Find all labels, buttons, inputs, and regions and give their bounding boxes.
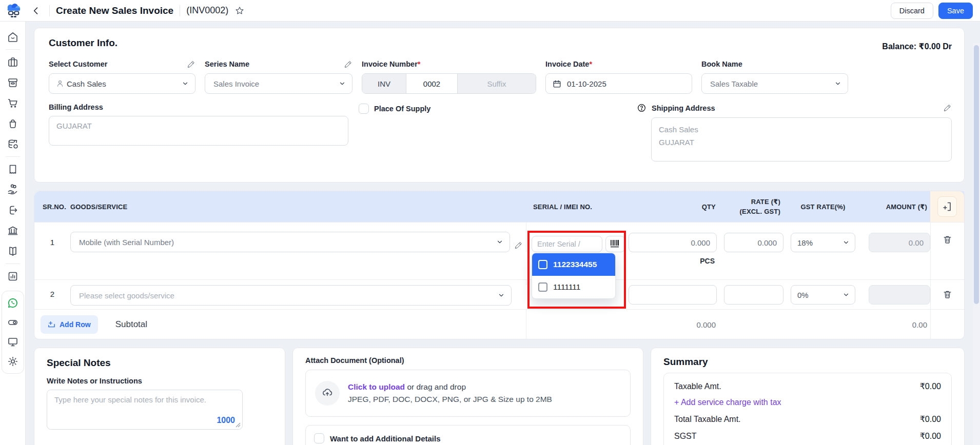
sgst-value: ₹0.00 <box>920 431 941 441</box>
row2-gst-select[interactable]: 0% <box>791 285 855 305</box>
series-select[interactable]: Sales Invoice <box>205 73 352 94</box>
row1-rate-input[interactable] <box>724 233 783 252</box>
drag-drop-text: or drag and drop <box>405 382 466 391</box>
customer-value: Cash Sales <box>65 79 182 88</box>
summary-card: Summary Taxable Amt.₹0.00 + Add service … <box>651 348 965 445</box>
serial-option[interactable]: 1111111 <box>532 276 615 298</box>
row2-gst-cell: 0% <box>783 280 855 305</box>
checkbox-icon[interactable] <box>538 260 547 269</box>
row1-gst-cell: 18% <box>783 222 855 252</box>
home-icon[interactable] <box>3 27 23 47</box>
row1-qty-cell: PCS <box>629 222 717 265</box>
header-qty: QTY <box>629 203 717 211</box>
notes-label: Write Notes or Instructions <box>47 377 272 385</box>
whatsapp-icon[interactable] <box>3 294 23 312</box>
book-name-field: Book Name Sales Taxable <box>701 59 848 94</box>
shipping-address-textarea[interactable]: Cash Sales GUJARAT <box>651 117 952 161</box>
help-question-icon[interactable] <box>637 103 646 113</box>
row1-edit-goods-pencil-icon[interactable] <box>514 241 523 250</box>
header-sr-no: SR.NO. <box>34 203 70 211</box>
chevron-down-icon <box>339 80 346 87</box>
click-to-upload-link[interactable]: Click to upload <box>348 382 405 391</box>
invoice-code: (INV0002) <box>186 5 228 16</box>
series-name-field: Series Name Sales Invoice <box>205 59 352 94</box>
select-customer-field: Select Customer Cash Sales <box>49 59 195 94</box>
row1-rate-cell <box>717 222 783 252</box>
display-icon[interactable] <box>3 333 23 351</box>
row1-gst-select[interactable]: 18% <box>791 233 855 252</box>
taxable-amt-value: ₹0.00 <box>920 381 941 391</box>
row2-goods-select[interactable]: Please select goods/service <box>70 285 512 306</box>
favorite-star-icon[interactable] <box>234 6 245 16</box>
invoice-date-label: Invoice Date* <box>545 60 592 68</box>
additional-details-checkbox[interactable] <box>314 433 324 443</box>
invoice-suffix-placeholder[interactable]: Suffix <box>458 74 536 93</box>
row1-goods-select[interactable]: Mobile (with Serial Number) <box>70 232 510 252</box>
divider <box>6 49 20 50</box>
resize-handle-icon[interactable] <box>236 422 241 428</box>
row2-rate-input[interactable] <box>724 285 783 305</box>
top-bar: Create New Sales Invoice (INV0002) Disca… <box>0 0 980 22</box>
customer-select[interactable]: Cash Sales <box>49 73 195 94</box>
shipping-address-field: Shipping Address Cash Sales GUJARAT <box>637 103 952 161</box>
briefcase-icon[interactable] <box>3 52 23 72</box>
subtotal-label: Subtotal <box>115 319 147 330</box>
select-customer-label: Select Customer <box>49 60 107 68</box>
edit-shipping-pencil-icon[interactable] <box>943 104 952 112</box>
invoice-number-inputs: INV 0002 Suffix <box>362 73 536 94</box>
barcode-scan-button[interactable] <box>605 236 625 252</box>
shipping-line2: GUJARAT <box>659 136 944 149</box>
upload-dropzone[interactable]: Click to upload or drag and drop JPEG, P… <box>305 370 631 417</box>
notes-textarea[interactable] <box>47 390 242 429</box>
row2-delete-trash-icon[interactable] <box>943 280 952 299</box>
header-goods-service: GOODS/SERVICE <box>70 203 526 211</box>
book-name-select[interactable]: Sales Taxable <box>701 73 848 94</box>
row1-serial-cell: 1122334455 1111111 <box>526 222 629 252</box>
series-name-label: Series Name <box>205 60 249 68</box>
reports-chart-icon[interactable] <box>3 267 23 286</box>
scrollbar-thumb[interactable] <box>974 45 979 304</box>
billing-address-textarea[interactable]: GUJARAT <box>49 116 348 146</box>
add-column-button[interactable] <box>937 196 957 217</box>
invoice-date-input[interactable]: 01-10-2025 <box>545 73 692 94</box>
page-scrollbar[interactable] <box>973 43 980 445</box>
sidebar-tools-group <box>2 291 24 374</box>
payout-hand-icon[interactable] <box>3 180 23 199</box>
row1-serial-input[interactable] <box>532 236 602 252</box>
row2-amount-input <box>869 285 930 305</box>
row1-delete-trash-icon[interactable] <box>943 222 952 245</box>
row1-qty-input[interactable] <box>629 233 717 252</box>
logout-icon[interactable] <box>3 200 23 220</box>
shopping-bag-icon[interactable] <box>3 114 23 133</box>
archive-box-icon[interactable] <box>3 73 23 92</box>
bank-icon[interactable] <box>3 221 23 240</box>
row2-amount-cell <box>855 280 930 305</box>
upload-cloud-icon <box>315 381 340 406</box>
invoice-prefix[interactable]: INV <box>362 74 406 93</box>
book-name-label: Book Name <box>701 60 742 68</box>
save-button[interactable]: Save <box>938 3 973 19</box>
back-button[interactable] <box>29 4 43 18</box>
row1-amount-input <box>869 233 930 252</box>
app-logo <box>4 2 23 20</box>
add-service-charge-link[interactable]: + Add service charge with tax <box>674 398 941 407</box>
edit-series-pencil-icon[interactable] <box>344 60 352 69</box>
receipt-icon[interactable] <box>3 159 23 179</box>
sidebar <box>0 22 26 445</box>
discard-button[interactable]: Discard <box>891 3 933 19</box>
row2-qty-input[interactable] <box>629 285 717 305</box>
checkbox-icon[interactable] <box>538 282 547 292</box>
cart-icon[interactable] <box>3 93 23 113</box>
add-row-button[interactable]: Add Row <box>41 315 98 334</box>
invoice-number-label: Invoice Number* <box>362 60 420 68</box>
settings-gear-icon[interactable] <box>3 352 23 371</box>
edit-customer-pencil-icon[interactable] <box>187 60 195 69</box>
place-of-supply-checkbox[interactable] <box>359 104 369 114</box>
invoice-number-value[interactable]: 0002 <box>406 74 458 93</box>
ledger-book-icon[interactable] <box>3 241 23 261</box>
toggle-icon[interactable] <box>3 313 23 332</box>
special-notes-heading: Special Notes <box>47 357 272 369</box>
serial-option-label: 1122334455 <box>553 260 597 269</box>
serial-option-selected[interactable]: 1122334455 <box>532 253 615 276</box>
inventory-icon[interactable] <box>3 134 23 154</box>
